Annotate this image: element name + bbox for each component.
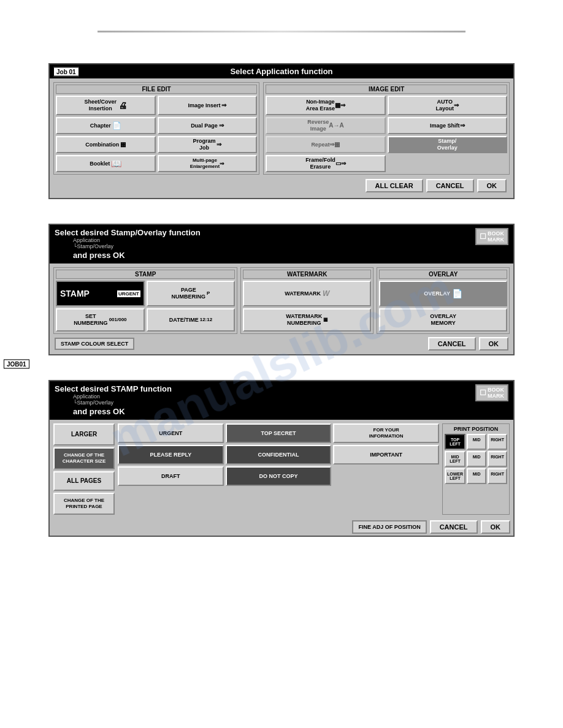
booklet-btn[interactable]: Booklet 📖 <box>56 155 156 172</box>
stamp-overlay-sections: STAMP STAMP URGENT PAGE NUMBERING P SET … <box>53 267 510 334</box>
pos-mid-mid[interactable]: MID <box>467 451 486 467</box>
panel3-title-line1: Select desired STAMP function <box>55 384 172 393</box>
pos-mid-right[interactable]: RIGHT <box>488 451 507 467</box>
file-edit-grid: Sheet/Cover Insertion 🖨 Image Insert ⇒ C… <box>56 96 257 172</box>
top-secret-btn[interactable]: TOP SECRET <box>226 423 332 443</box>
combination-btn[interactable]: Combination ▦ <box>56 136 156 153</box>
panel3-job-badge: JOB01 <box>4 360 29 369</box>
panel3-header-left: JOB01 Select desired STAMP function Appl… <box>55 384 172 417</box>
top-divider <box>98 31 465 32</box>
change-printed-page-btn[interactable]: CHANGE OF THE PRINTED PAGE <box>53 493 115 515</box>
stamp-grid: STAMP URGENT PAGE NUMBERING P SET NUMBER… <box>56 281 235 332</box>
panel2-title-line1: Select desired Stamp/Overlay function <box>55 228 201 237</box>
ok-btn-3[interactable]: OK <box>481 520 511 534</box>
please-reply-btn[interactable]: PLEASE REPLY <box>118 445 224 464</box>
fine-adj-btn[interactable]: FINE ADJ OF POSITION <box>352 520 426 534</box>
overlay-label: OVERLAY <box>379 270 507 279</box>
panel1-footer: ALL CLEAR CANCEL OK <box>53 177 510 194</box>
draft-btn[interactable]: DRAFT <box>118 466 224 486</box>
for-your-info-btn[interactable]: FOR YOUR INFORMATION <box>333 423 439 443</box>
panel2-header: JOB01 Select desired Stamp/Overlay funct… <box>50 225 513 264</box>
ok-btn-2[interactable]: OK <box>479 337 509 351</box>
panel3-title-line2: and press OK <box>73 407 125 416</box>
urgent-btn[interactable]: URGENT <box>118 423 224 443</box>
breadcrumb-stamp-3: └Stamp/Overlay <box>73 400 172 406</box>
overlay-btns: OVERLAY 📄 OVERLAY MEMORY <box>379 281 507 332</box>
panel1-title: Select Application function <box>230 67 332 76</box>
do-not-copy-btn[interactable]: DO NOT COPY <box>226 466 332 486</box>
stamp-overlay-btn[interactable]: Stamp/ Overlay <box>388 136 507 153</box>
pos-top-right[interactable]: RIGHT <box>488 434 507 450</box>
print-position-label: PRINT POSITION <box>445 426 507 432</box>
repeat-btn[interactable]: Repeat ⇒▦ <box>266 136 385 153</box>
confidential-btn[interactable]: CONFIDENTIAL <box>226 445 332 464</box>
ok-btn-1[interactable]: OK <box>477 179 507 192</box>
panel3-header: JOB01 Select desired STAMP function Appl… <box>50 381 513 420</box>
image-insert-btn[interactable]: Image Insert ⇒ <box>158 96 258 115</box>
breadcrumb-stamp-2: └Stamp/Overlay <box>73 243 201 249</box>
pos-bot-left[interactable]: LOWER LEFT <box>445 468 465 484</box>
panel1-header: Job 01 Select Application function <box>50 64 513 78</box>
overlay-btn[interactable]: OVERLAY 📄 <box>379 281 507 306</box>
page-container: Job 01 Select Application function FILE … <box>48 31 515 537</box>
panel2-title-line2: and press OK <box>73 251 125 260</box>
important-btn[interactable]: IMPORTANT <box>333 445 439 464</box>
cancel-btn-3[interactable]: CANCEL <box>430 520 478 534</box>
panel2-ok-cancel: CANCEL OK <box>428 337 508 351</box>
overlay-section: OVERLAY OVERLAY 📄 OVERLAY MEMORY <box>377 267 510 334</box>
breadcrumb-app-3: Application <box>73 393 172 400</box>
larger-btn[interactable]: LARGER <box>53 423 115 446</box>
stamp-main-btn[interactable]: STAMP URGENT <box>56 281 145 306</box>
panel-stamp-overlay: JOB01 Select desired Stamp/Overlay funct… <box>48 224 515 355</box>
date-time-btn[interactable]: DATE/TIME 12:12 <box>147 308 236 332</box>
program-job-btn[interactable]: Program Job ⇒ <box>158 136 258 153</box>
panel-select-application: Job 01 Select Application function FILE … <box>48 63 515 199</box>
image-shift-btn[interactable]: Image Shift ⇒ <box>388 117 507 134</box>
panel2-header-left: JOB01 Select desired Stamp/Overlay funct… <box>55 228 201 260</box>
breadcrumb-app-2: Application <box>73 237 201 243</box>
image-edit-section: IMAGE EDIT Non-Image Area Erase ▦⇒ AUTO … <box>263 82 510 175</box>
pos-bot-right[interactable]: RIGHT <box>488 468 507 484</box>
change-char-size-btn[interactable]: CHANGE OF THE CHARACTER SIZE <box>53 447 115 469</box>
bookmark-btn-2[interactable]: ☐ BOOK MARK <box>475 228 508 245</box>
file-edit-section: FILE EDIT Sheet/Cover Insertion 🖨 Image … <box>53 82 259 175</box>
non-image-btn[interactable]: Non-Image Area Erase ▦⇒ <box>266 96 385 115</box>
pos-top-left[interactable]: TOP LEFT <box>445 434 465 450</box>
panel3-left-col: LARGER CHANGE OF THE CHARACTER SIZE ALL … <box>53 423 115 515</box>
page-numbering-btn[interactable]: PAGE NUMBERING P <box>147 281 236 306</box>
all-clear-btn[interactable]: ALL CLEAR <box>366 179 423 192</box>
sheet-cover-btn[interactable]: Sheet/Cover Insertion 🖨 <box>56 96 156 115</box>
stamp-label-2: STAMP <box>56 270 235 279</box>
panel3-stamp-btns: URGENT TOP SECRET FOR YOUR INFORMATION P… <box>118 423 439 515</box>
frame-fold-btn[interactable]: Frame/Fold Erasure ▭⇒ <box>266 155 385 172</box>
watermark-section: WATERMARK WATERMARK W WATERMARK NUMBERIN… <box>240 267 373 334</box>
panel2-footer: STAMP COLOUR SELECT CANCEL OK <box>53 337 510 351</box>
dual-page-btn[interactable]: Dual Page ⇒ <box>158 117 258 134</box>
pos-bot-mid[interactable]: MID <box>467 468 486 484</box>
file-edit-label: FILE EDIT <box>56 85 257 94</box>
watermark-numbering-btn[interactable]: WATERMARK NUMBERING ▦ <box>243 308 371 332</box>
pos-mid-left[interactable]: MID LEFT <box>445 451 465 467</box>
cancel-btn-1[interactable]: CANCEL <box>426 179 474 192</box>
overlay-memory-btn[interactable]: OVERLAY MEMORY <box>379 308 507 332</box>
watermark-btn[interactable]: WATERMARK W <box>243 281 371 306</box>
all-pages-btn[interactable]: ALL PAGES <box>53 471 115 491</box>
auto-layout-btn[interactable]: AUTO Layout ⇒ <box>388 96 507 115</box>
panel3-body: LARGER CHANGE OF THE CHARACTER SIZE ALL … <box>50 420 513 518</box>
panel1-sections: FILE EDIT Sheet/Cover Insertion 🖨 Image … <box>53 82 510 175</box>
stamp-colour-select-btn[interactable]: STAMP COLOUR SELECT <box>55 338 134 350</box>
panel-stamp-function: JOB01 Select desired STAMP function Appl… <box>48 380 515 537</box>
chapter-btn[interactable]: Chapter 📄 <box>56 117 156 134</box>
multi-page-btn[interactable]: Multi-page Enlargement ⇒ <box>158 155 258 172</box>
set-numbering-btn[interactable]: SET NUMBERING 001/000 <box>56 308 145 332</box>
image-edit-grid: Non-Image Area Erase ▦⇒ AUTO Layout ⇒ Re… <box>266 96 507 172</box>
pos-grid: TOP LEFT MID RIGHT MID LEFT MID RIGHT LO… <box>445 434 507 484</box>
panel1-job-badge: Job 01 <box>53 67 79 76</box>
cancel-btn-2[interactable]: CANCEL <box>428 337 476 351</box>
panel3-footer: FINE ADJ OF POSITION CANCEL OK <box>50 518 513 536</box>
watermark-label: WATERMARK <box>243 270 371 279</box>
pos-top-mid[interactable]: MID <box>467 434 486 450</box>
bookmark-btn-3[interactable]: ☐ BOOK MARK <box>475 384 508 401</box>
reverse-image-btn[interactable]: Reverse Image A→A <box>266 117 385 134</box>
stamp-section: STAMP STAMP URGENT PAGE NUMBERING P SET … <box>53 267 237 334</box>
